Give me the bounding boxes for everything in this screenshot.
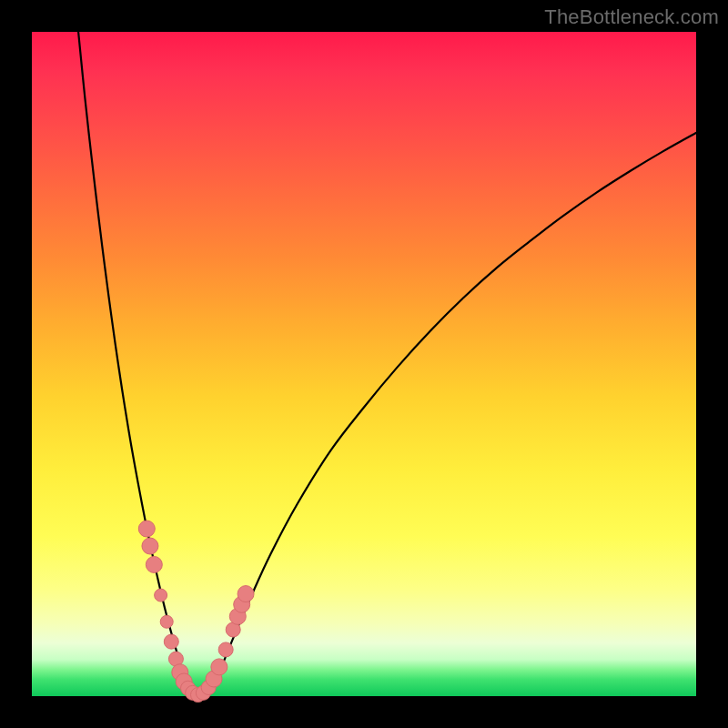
highlight-dot (164, 634, 178, 649)
curve-svg (32, 32, 696, 696)
highlight-dot (160, 615, 173, 628)
highlight-dots (138, 521, 254, 703)
chart-frame: TheBottleneck.com (0, 0, 728, 728)
highlight-dot (211, 659, 228, 675)
plot-area (32, 32, 696, 696)
bottleneck-curve (78, 32, 696, 695)
highlight-dot (138, 521, 155, 537)
highlight-dot (218, 642, 233, 657)
highlight-dot (155, 589, 167, 602)
highlight-dot (146, 556, 162, 572)
watermark-text: TheBottleneck.com (544, 5, 719, 29)
highlight-dot (142, 538, 158, 554)
highlight-dot (238, 586, 254, 602)
